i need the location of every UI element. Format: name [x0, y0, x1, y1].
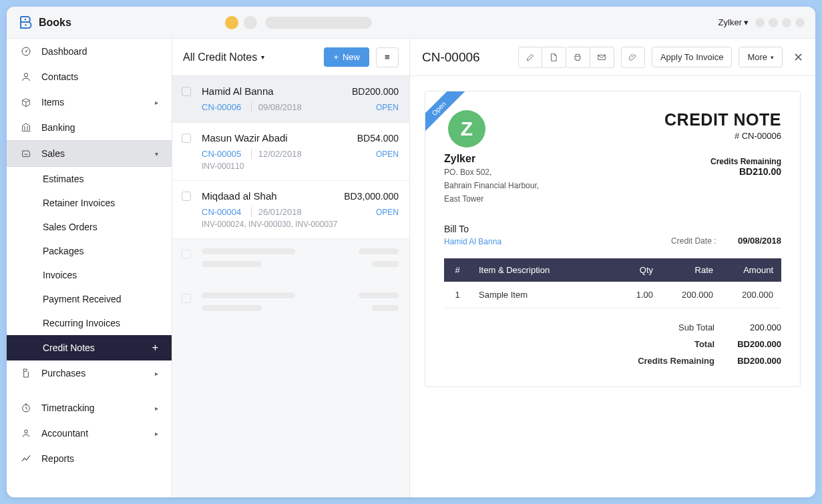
company-addr-2: Bahrain Financial Harbour,	[444, 180, 539, 192]
item-date: 12/02/2018	[251, 149, 302, 159]
credit-date-label: Credit Date :	[671, 236, 716, 246]
subnav-label: Estimates	[43, 174, 83, 184]
company-addr-1: PO. Box 502,	[444, 166, 539, 178]
new-button[interactable]: + New	[324, 47, 369, 67]
cell-qty: 1.00	[614, 282, 661, 308]
item-status: OPEN	[376, 103, 399, 112]
detail-title: CN-00006	[422, 50, 511, 65]
total-label: Total	[608, 339, 714, 349]
pencil-icon	[526, 53, 535, 62]
th-rate: Rate	[661, 258, 721, 282]
credits-label: Credits Remaining	[608, 356, 714, 366]
nav-sales[interactable]: Sales ▾	[7, 140, 172, 167]
add-icon[interactable]: +	[152, 342, 158, 354]
nav-purchases[interactable]: Purchases ▸	[7, 360, 172, 386]
nav-contacts[interactable]: Contacts	[7, 64, 172, 89]
topbar-pill-placeholder	[265, 17, 372, 29]
list-menu-button[interactable]: ≡	[376, 47, 399, 67]
cn-number: CN-00004	[202, 207, 241, 217]
item-checkbox[interactable]	[182, 192, 191, 201]
svg-point-3	[25, 51, 27, 52]
accountant-icon	[20, 427, 32, 439]
detail-pane: CN-00006 Apply To Invoice More▾ ✕ Open	[410, 39, 815, 497]
item-refs: INV-000024, INV-000030, INV-000037	[202, 220, 399, 229]
list-item[interactable]: Hamid Al Banna BD200.000 CN-00006 09/08/…	[172, 76, 409, 123]
topbar-placeholders	[225, 16, 257, 29]
chevron-down-icon: ▾	[155, 150, 158, 158]
dot	[769, 18, 778, 27]
item-amount: BD54.000	[357, 133, 399, 144]
subnav-recurring-invoices[interactable]: Recurring Invoices	[7, 311, 172, 335]
nav-items[interactable]: Items ▸	[7, 89, 172, 115]
subnav-invoices[interactable]: Invoices	[7, 263, 172, 287]
credits-remain-value: BD210.00	[664, 166, 781, 177]
list-item[interactable]: Masun Wazir Abadi BD54.000 CN-00005 12/0…	[172, 123, 409, 181]
totals: Sub Total 200.000 Total BD200.000 Credit…	[444, 319, 781, 369]
item-amount: BD3,000.000	[344, 191, 399, 202]
item-refs: INV-000110	[202, 162, 399, 171]
chevron-right-icon: ▸	[155, 405, 158, 412]
list-item[interactable]: Miqdaad al Shah BD3,000.000 CN-00004 26/…	[172, 181, 409, 239]
more-button[interactable]: More▾	[739, 47, 783, 67]
chevron-down-icon: ▾	[771, 54, 774, 61]
nav-accountant[interactable]: Accountant ▸	[7, 421, 172, 446]
credits-remain-label: Credits Remaining	[664, 157, 781, 166]
credit-date-value: 09/08/2018	[738, 236, 781, 246]
attachment-button[interactable]	[621, 47, 645, 68]
email-button[interactable]	[590, 47, 614, 68]
printer-icon	[573, 53, 582, 62]
list-placeholder	[172, 239, 409, 283]
nav-label: Banking	[41, 122, 75, 133]
nav-reports[interactable]: Reports	[7, 446, 172, 471]
subnav-sales-orders[interactable]: Sales Orders	[7, 215, 172, 239]
credits-value: BD200.000	[714, 356, 781, 366]
list-placeholder	[172, 283, 409, 327]
cell-rate: 200.000	[661, 282, 721, 308]
nav-label: Accountant	[41, 428, 88, 439]
close-button[interactable]: ✕	[793, 50, 803, 65]
th-amount: Amount	[721, 258, 781, 282]
customer-name: Masun Wazir Abadi	[202, 132, 288, 144]
company-name: Zylker	[444, 153, 539, 165]
subnav-estimates[interactable]: Estimates	[7, 167, 172, 191]
cell-desc: Sample Item	[471, 282, 614, 308]
subnav-label: Payment Received	[43, 294, 122, 304]
print-button[interactable]	[566, 47, 590, 68]
subnav-retainer-invoices[interactable]: Retainer Invoices	[7, 191, 172, 215]
cn-number: CN-00005	[202, 149, 241, 159]
app-logo: Books	[17, 15, 71, 31]
dot	[782, 18, 791, 27]
paperclip-icon	[628, 53, 638, 62]
subnav-payment-received[interactable]: Payment Received	[7, 287, 172, 311]
contacts-icon	[20, 71, 32, 83]
nav-dashboard[interactable]: Dashboard	[7, 39, 172, 64]
nav-banking[interactable]: Banking	[7, 115, 172, 140]
app-name: Books	[39, 17, 71, 29]
subnav-label: Invoices	[43, 270, 77, 280]
bill-to-label: Bill To	[444, 224, 501, 234]
apply-to-invoice-button[interactable]: Apply To Invoice	[652, 47, 732, 67]
item-checkbox	[182, 294, 191, 303]
items-icon	[20, 96, 32, 108]
customer-name: Hamid Al Banna	[202, 85, 274, 97]
subnav-credit-notes[interactable]: Credit Notes +	[7, 335, 172, 360]
nav-timetracking[interactable]: Timetracking ▸	[7, 395, 172, 421]
svg-point-0	[25, 18, 27, 20]
item-checkbox[interactable]	[182, 134, 191, 143]
hamburger-icon: ≡	[385, 52, 390, 62]
credit-note-document: Open Z Zylker PO. Box 502, Bahrain Finan…	[425, 91, 801, 387]
apply-label: Apply To Invoice	[660, 52, 723, 62]
edit-button[interactable]	[518, 47, 542, 68]
sales-icon	[20, 148, 32, 160]
item-checkbox[interactable]	[182, 87, 191, 96]
doc-type: CREDIT NOTE	[664, 110, 781, 130]
th-qty: Qty	[614, 258, 661, 282]
subnav-packages[interactable]: Packages	[7, 239, 172, 263]
item-status: OPEN	[376, 208, 399, 217]
nav-label: Contacts	[41, 71, 78, 82]
pdf-button[interactable]	[542, 47, 566, 68]
subnav-label: Packages	[43, 246, 83, 256]
org-selector[interactable]: Zylker ▾	[718, 17, 749, 27]
th-num: #	[444, 258, 471, 282]
list-filter-dropdown[interactable]: All Credit Notes ▾	[183, 51, 317, 63]
